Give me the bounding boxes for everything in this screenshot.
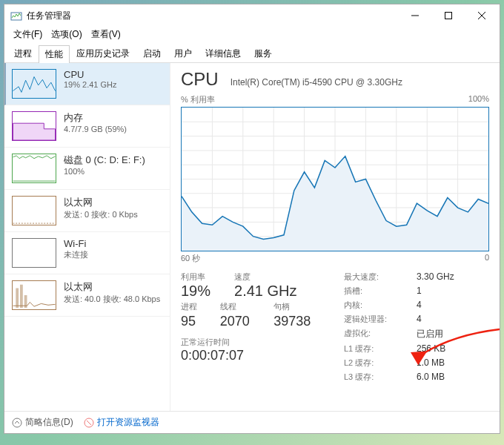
sidebar-item-title: Wi-Fi: [64, 238, 88, 249]
sidebar-item-内存[interactable]: 内存4.7/7.9 GB (59%): [4, 105, 170, 148]
stats: 利用率 19% 速度 2.41 GHz 进程 线程 句柄 95 2070: [181, 271, 489, 383]
speed-label: 速度: [234, 271, 307, 283]
info-value: 1.0 MB: [417, 357, 489, 369]
page-title: CPU: [181, 69, 219, 90]
sidebar-item-sub: 100%: [64, 167, 145, 176]
info-value: 1: [417, 286, 489, 297]
uptime-value: 0:00:07:07: [181, 348, 322, 363]
info-key: L2 缓存:: [344, 357, 411, 369]
proc-label: 进程: [181, 301, 207, 312]
cpu-model: Intel(R) Core(TM) i5-4590 CPU @ 3.30GHz: [231, 77, 402, 88]
sidebar-item-sub: 未连接: [64, 249, 88, 260]
menu-options[interactable]: 选项(O): [47, 27, 86, 42]
footer: 简略信息(D) 打开资源监视器: [4, 411, 500, 433]
mini-graph: [12, 111, 56, 141]
info-key: 最大速度:: [344, 271, 411, 283]
tab-details[interactable]: 详细信息: [199, 44, 248, 62]
sidebar-item-title: 以太网: [64, 280, 160, 294]
mini-graph: [12, 196, 56, 225]
info-value: 256 KB: [417, 343, 489, 355]
handle-value: 39738: [273, 314, 311, 329]
mini-graph: [12, 69, 56, 99]
mini-graph: [12, 238, 56, 268]
info-value: 已启用: [417, 328, 489, 340]
sidebar-item-以太网[interactable]: 以太网发送: 0 接收: 0 Kbps: [4, 190, 170, 232]
cpu-utilization-chart[interactable]: [181, 107, 489, 251]
svg-point-28: [13, 418, 21, 427]
info-key: 插槽:: [344, 286, 411, 297]
info-value: 6.0 MB: [417, 372, 489, 383]
info-key: 内核:: [344, 300, 411, 311]
tab-startup[interactable]: 启动: [136, 44, 168, 62]
tab-users[interactable]: 用户: [168, 44, 199, 62]
resmon-icon: [84, 418, 94, 428]
tab-performance[interactable]: 性能: [39, 45, 70, 63]
tab-services[interactable]: 服务: [248, 44, 279, 62]
svg-rect-8: [20, 285, 23, 308]
window-title: 任务管理器: [27, 10, 398, 22]
titlebar[interactable]: 任务管理器: [4, 4, 500, 27]
menubar: 文件(F) 选项(O) 查看(V): [4, 27, 500, 42]
info-key: L3 缓存:: [344, 372, 411, 383]
sidebar-item-title: CPU: [64, 69, 117, 80]
svg-rect-7: [16, 289, 19, 309]
tab-apphistory[interactable]: 应用历史记录: [70, 44, 136, 62]
chevron-up-circle-icon: [12, 418, 22, 428]
info-key: L1 缓存:: [344, 343, 411, 355]
sidebar-item-title: 磁盘 0 (C: D: E: F:): [64, 154, 145, 167]
svg-rect-2: [445, 13, 451, 19]
info-key: 逻辑处理器:: [344, 314, 411, 325]
fewer-details-link[interactable]: 简略信息(D): [12, 416, 73, 429]
tab-processes[interactable]: 进程: [7, 44, 39, 62]
handle-label: 句柄: [273, 301, 322, 312]
sidebar-item-以太网[interactable]: 以太网发送: 40.0 接收: 48.0 Kbps: [4, 274, 170, 317]
open-resource-monitor-link[interactable]: 打开资源监视器: [84, 416, 159, 429]
chart-ymax: 100%: [468, 94, 489, 105]
sidebar: CPU19% 2.41 GHz内存4.7/7.9 GB (59%)磁盘 0 (C…: [4, 63, 170, 411]
sidebar-item-title: 内存: [64, 111, 127, 125]
sidebar-item-cpu[interactable]: CPU19% 2.41 GHz: [4, 63, 170, 105]
task-manager-window: 任务管理器 文件(F) 选项(O) 查看(V) 进程 性能 应用历史记录 启动 …: [4, 4, 500, 434]
sidebar-item-sub: 发送: 0 接收: 0 Kbps: [64, 209, 138, 220]
menu-file[interactable]: 文件(F): [9, 27, 47, 42]
speed-value: 2.41 GHz: [234, 283, 296, 300]
mini-graph: [12, 280, 56, 310]
sidebar-item-磁盘 0 (c: d: e: f:)[interactable]: 磁盘 0 (C: D: E: F:)100%: [4, 148, 170, 190]
chart-xmin: 0: [485, 253, 489, 264]
info-key: 虚拟化:: [344, 328, 411, 340]
sidebar-item-sub: 发送: 40.0 接收: 48.0 Kbps: [64, 294, 160, 305]
mini-graph: [12, 154, 56, 183]
thread-label: 线程: [220, 301, 261, 312]
main-panel: CPU Intel(R) Core(TM) i5-4590 CPU @ 3.30…: [170, 63, 500, 411]
uptime-label: 正常运行时间: [181, 337, 322, 348]
menu-view[interactable]: 查看(V): [87, 27, 125, 42]
close-button[interactable]: [465, 5, 498, 26]
minimize-button[interactable]: [398, 5, 431, 26]
tabbar: 进程 性能 应用历史记录 启动 用户 详细信息 服务: [4, 42, 500, 63]
sidebar-item-sub: 4.7/7.9 GB (59%): [64, 125, 127, 134]
info-value: 4: [417, 300, 489, 311]
maximize-button[interactable]: [431, 5, 465, 26]
thread-value: 2070: [220, 314, 251, 329]
sidebar-item-sub: 19% 2.41 GHz: [64, 80, 117, 89]
svg-line-30: [87, 421, 91, 425]
util-value: 19%: [181, 283, 210, 300]
sidebar-item-title: 以太网: [64, 196, 138, 209]
chart-ylabel: % 利用率: [181, 94, 215, 105]
util-label: 利用率: [181, 271, 221, 283]
content-area: CPU19% 2.41 GHz内存4.7/7.9 GB (59%)磁盘 0 (C…: [4, 63, 500, 411]
sidebar-item-wi-fi[interactable]: Wi-Fi未连接: [4, 232, 170, 274]
taskmgr-icon: [10, 10, 22, 22]
info-value: 3.30 GHz: [417, 271, 489, 283]
chart-xmax: 60 秒: [181, 253, 200, 264]
proc-value: 95: [181, 314, 196, 329]
info-value: 4: [417, 314, 489, 325]
